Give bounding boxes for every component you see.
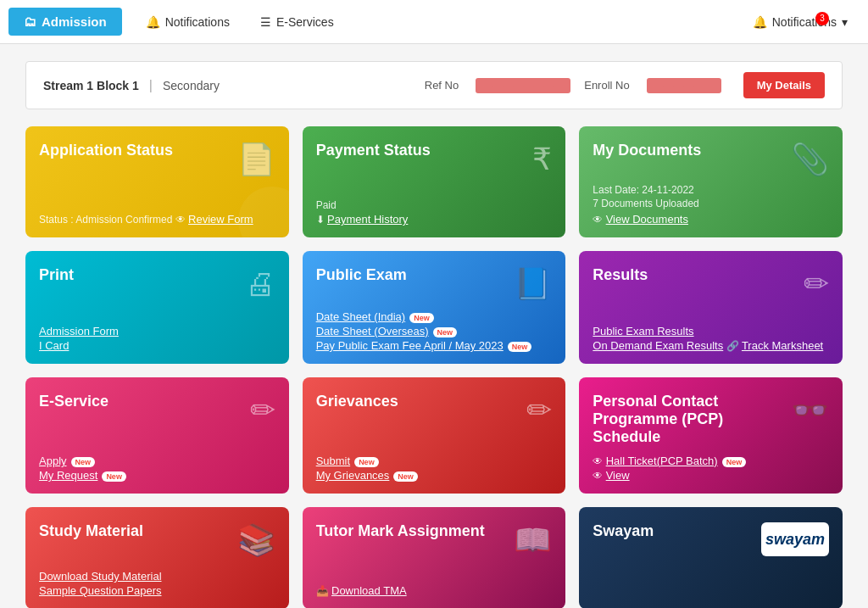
results-title: Results <box>593 266 648 284</box>
payment-status-title: Payment Status <box>316 142 431 159</box>
new-badge-hall: New <box>722 457 747 467</box>
print-icon: 🖨 <box>245 266 275 302</box>
grievances-card: Grievances ✏ SubmitNew My GrievancesNew <box>303 377 566 494</box>
eservice-body: ApplyNew My RequestNew <box>39 453 275 482</box>
swayam-header: Swayam swayam <box>593 522 829 556</box>
pcp-body: 👁 Hall Ticket(PCP Batch)New 👁 View <box>593 453 829 482</box>
last-date-text: Last Date: 24-11-2022 <box>593 184 829 196</box>
cards-grid: Application Status 📄 Status : Admission … <box>25 126 843 608</box>
track-marksheet-link[interactable]: Track Marksheet <box>742 339 823 352</box>
application-status-text: Status : Admission Confirmed <box>39 214 172 226</box>
study-material-header: Study Material 📚 <box>39 522 275 558</box>
eservice-card: E-Service ✏ ApplyNew My RequestNew <box>25 377 289 494</box>
public-exam-card: Public Exam 📘 Date Sheet (India)New Date… <box>303 251 566 364</box>
nav-right-notifications[interactable]: 🔔 3 Notifications ▾ <box>741 8 860 36</box>
ref-enroll-section: Ref No —————— Enroll No ———— My Details <box>425 72 825 98</box>
card-wave <box>238 187 289 237</box>
admission-icon: 🗂 <box>24 14 36 29</box>
chevron-down-icon: ▾ <box>842 15 848 29</box>
on-demand-results-link[interactable]: On Demand Exam Results <box>593 339 723 352</box>
uploaded-text: 7 Documents Uploaded <box>593 198 829 209</box>
swayam-logo-text: swayam <box>765 531 825 549</box>
grievances-title: Grievances <box>316 393 398 410</box>
sample-papers-link[interactable]: Sample Question Papers <box>39 584 162 597</box>
application-status-title: Application Status <box>39 142 173 159</box>
navbar: 🗂 Admission 🔔 Notifications ☰ E-Services… <box>0 0 868 44</box>
download-tma-link[interactable]: Download TMA <box>331 584 407 597</box>
admission-form-link[interactable]: Admission Form <box>39 325 119 337</box>
my-documents-title: My Documents <box>593 142 701 159</box>
study-material-title: Study Material <box>39 522 143 540</box>
application-status-header: Application Status 📄 <box>39 142 275 177</box>
my-grievances-link[interactable]: My Grievances <box>316 469 390 482</box>
swayam-logo: swayam <box>761 522 829 556</box>
pcp-card: Personal Contact Programme (PCP) Schedul… <box>579 377 843 494</box>
my-request-link[interactable]: My Request <box>39 469 97 482</box>
tutor-mark-header: Tutor Mark Assignment 📖 <box>316 522 553 558</box>
pcp-header: Personal Contact Programme (PCP) Schedul… <box>593 393 829 446</box>
my-documents-header: My Documents 📎 <box>593 142 829 177</box>
nav-admission[interactable]: 🗂 Admission <box>8 8 122 36</box>
breadcrumb-secondary: Secondary <box>163 79 220 92</box>
public-exam-body: Date Sheet (India)New Date Sheet (Overse… <box>316 309 553 352</box>
submit-link[interactable]: Submit <box>316 455 350 467</box>
pay-exam-fee-link[interactable]: Pay Public Exam Fee April / May 2023 <box>316 339 504 352</box>
enroll-label: Enroll No <box>584 79 629 92</box>
notification-badge: 3 <box>815 12 829 25</box>
view-documents-link[interactable]: View Documents <box>606 213 688 226</box>
bell-icon: 🔔 <box>146 15 160 29</box>
public-exam-results-link[interactable]: Public Exam Results <box>593 325 693 337</box>
breadcrumb-stream: Stream 1 Block 1 <box>43 79 139 92</box>
public-exam-icon: 📘 <box>514 266 552 302</box>
public-exam-title: Public Exam <box>316 266 407 284</box>
print-card: Print 🖨 Admission Form I Card <box>25 251 289 364</box>
results-header: Results ✏ <box>593 266 829 302</box>
tutor-icon: 📖 <box>514 522 552 558</box>
admission-label: Admission <box>42 14 107 29</box>
date-sheet-overseas-link[interactable]: Date Sheet (Overseas) <box>316 325 429 337</box>
tutor-mark-body: 📥 Download TMA <box>316 583 553 597</box>
tutor-mark-title: Tutor Mark Assignment <box>316 522 485 540</box>
my-documents-body: Last Date: 24-11-2022 7 Documents Upload… <box>593 184 829 226</box>
new-badge-request: New <box>102 471 126 482</box>
results-icon: ✏ <box>804 266 829 302</box>
download-study-link[interactable]: Download Study Material <box>39 570 162 583</box>
new-badge-india: New <box>409 313 434 323</box>
study-material-body: Download Study Material Sample Question … <box>39 568 275 597</box>
application-status-card: Application Status 📄 Status : Admission … <box>25 126 289 237</box>
enroll-value: ———— <box>647 78 721 93</box>
hall-ticket-link[interactable]: Hall Ticket(PCP Batch) <box>606 455 718 467</box>
new-badge-submit: New <box>354 457 379 467</box>
nav-eservices-label: E-Services <box>276 15 334 29</box>
public-exam-header: Public Exam 📘 <box>316 266 553 302</box>
i-card-link[interactable]: I Card <box>39 339 69 352</box>
eservices-icon: ☰ <box>260 15 271 29</box>
payment-status-body: Paid ⬇ Payment History <box>316 199 553 226</box>
grievances-body: SubmitNew My GrievancesNew <box>316 453 553 482</box>
swayam-card: Swayam swayam <box>579 507 843 608</box>
new-badge-apply: New <box>71 457 96 467</box>
payment-history-link[interactable]: Payment History <box>327 213 408 226</box>
new-badge-grievances: New <box>393 471 418 482</box>
ref-label: Ref No <box>425 79 459 92</box>
eservice-header: E-Service ✏ <box>39 393 275 428</box>
tutor-mark-card: Tutor Mark Assignment 📖 📥 Download TMA <box>303 507 566 608</box>
date-sheet-india-link[interactable]: Date Sheet (India) <box>316 310 406 323</box>
breadcrumb-bar: Stream 1 Block 1 | Secondary Ref No ————… <box>25 61 843 109</box>
my-details-button[interactable]: My Details <box>743 72 825 98</box>
swayam-title: Swayam <box>593 522 654 540</box>
pcp-title: Personal Contact Programme (PCP) Schedul… <box>593 393 791 446</box>
new-badge-overseas: New <box>433 327 458 337</box>
right-bell-icon: 🔔 <box>753 15 767 29</box>
eservice-title: E-Service <box>39 393 108 410</box>
print-title: Print <box>39 266 74 284</box>
nav-notifications-label: Notifications <box>165 15 230 29</box>
pcp-icon: 👓 <box>791 393 829 428</box>
paid-text: Paid <box>316 199 337 211</box>
eservice-icon: ✏ <box>250 393 275 428</box>
new-badge-fee: New <box>508 342 532 352</box>
apply-link[interactable]: Apply <box>39 455 67 467</box>
nav-notifications[interactable]: 🔔 Notifications <box>131 8 245 36</box>
pcp-view-link[interactable]: View <box>606 469 630 482</box>
nav-eservices[interactable]: ☰ E-Services <box>245 8 349 36</box>
